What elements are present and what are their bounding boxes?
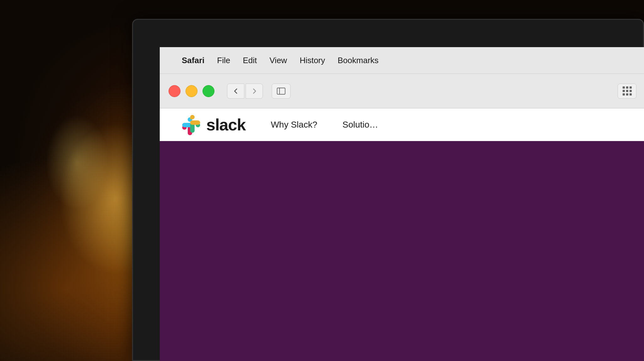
close-button[interactable] [169, 85, 180, 97]
browser-chrome [160, 74, 644, 108]
slack-logo-icon [179, 114, 201, 136]
grid-view-button[interactable] [618, 84, 636, 99]
view-menu[interactable]: View [269, 56, 287, 65]
slack-nav: slack Why Slack? Solutio… [160, 108, 644, 141]
history-menu[interactable]: History [300, 56, 325, 65]
slack-hero-section [160, 141, 644, 361]
screen-bezel: Safari File Edit View History Bookmarks [132, 19, 644, 361]
macos-menubar: Safari File Edit View History Bookmarks [160, 47, 644, 74]
back-button[interactable] [227, 84, 244, 99]
file-menu[interactable]: File [217, 56, 230, 65]
minimize-button[interactable] [186, 85, 197, 97]
slack-logo[interactable]: slack [179, 114, 246, 136]
forward-button[interactable] [246, 84, 263, 99]
why-slack-link[interactable]: Why Slack? [271, 120, 317, 130]
screen-area: Safari File Edit View History Bookmarks [160, 47, 644, 361]
edit-menu[interactable]: Edit [243, 56, 257, 65]
sidebar-toggle-button[interactable] [272, 84, 291, 99]
slack-website: slack Why Slack? Solutio… [160, 108, 644, 361]
traffic-lights [169, 85, 214, 97]
bookmarks-menu[interactable]: Bookmarks [338, 56, 379, 65]
browser-chrome-wrapper [160, 74, 644, 108]
svg-rect-0 [277, 88, 285, 94]
grid-dots-icon [623, 86, 632, 96]
nav-buttons [227, 84, 263, 99]
slack-logo-text: slack [206, 115, 246, 134]
laptop-frame: Safari File Edit View History Bookmarks [113, 0, 644, 361]
solutions-link[interactable]: Solutio… [342, 120, 378, 130]
safari-menu[interactable]: Safari [182, 56, 204, 65]
maximize-button[interactable] [203, 85, 214, 97]
